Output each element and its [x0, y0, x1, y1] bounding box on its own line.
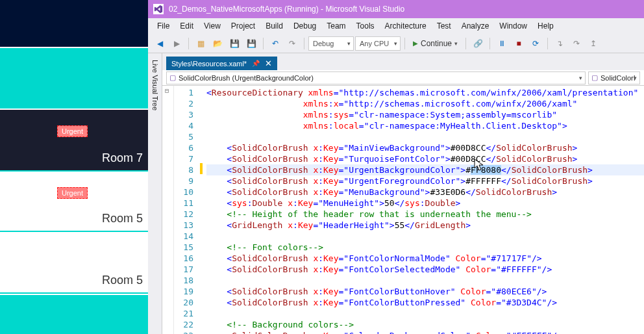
close-icon[interactable]: ✕ — [265, 59, 272, 68]
menu-team[interactable]: Team — [321, 19, 351, 32]
line-number: 22 — [174, 319, 193, 330]
line-number: 5 — [174, 131, 193, 142]
menu-file[interactable]: File — [152, 19, 175, 32]
document-tab-active[interactable]: Styles\Resources.xaml* 📌 ✕ — [166, 57, 277, 70]
line-number: 10 — [174, 186, 193, 198]
stop-icon[interactable]: ■ — [511, 36, 526, 51]
menu-debug[interactable]: Debug — [288, 19, 321, 32]
visual-studio-logo-icon — [153, 4, 164, 14]
code-editor[interactable]: ⊟ 1234567891011121314151617181920212223 … — [162, 86, 644, 334]
line-number: 4 — [174, 120, 193, 131]
document-tabs: Styles\Resources.xaml* 📌 ✕ — [162, 53, 644, 70]
code-line[interactable]: <SolidColorBrush x:Key="TurquoiseFontCol… — [206, 153, 644, 164]
platform-dropdown[interactable]: Any CPU — [355, 36, 401, 51]
menu-window[interactable]: Window — [494, 19, 532, 32]
app-preview-pane: Urgent Room 7 Urgent Room 5 Room 5 — [0, 0, 148, 334]
restart-icon[interactable]: ⟳ — [528, 36, 543, 51]
code-line[interactable] — [206, 131, 644, 142]
member-dropdown[interactable]: ▢ SolidColorI — [588, 71, 640, 84]
urgent-badge: Urgent — [57, 125, 88, 137]
line-number: 23 — [174, 330, 193, 334]
line-number: 18 — [174, 275, 193, 286]
code-line[interactable]: <SolidColorBrush x:Key="FontColorButtonP… — [206, 297, 644, 308]
line-number: 9 — [174, 175, 193, 186]
code-line[interactable]: xmlns:x="http://schemas.microsoft.com/wi… — [206, 98, 644, 109]
code-line[interactable]: xmlns:sys="clr-namespace:System;assembly… — [206, 109, 644, 120]
code-line[interactable]: xmlns:local="clr-namespace:MyHealth.Clie… — [206, 120, 644, 131]
code-line[interactable]: <SolidColorBrush x:Key="FontColorButtonH… — [206, 286, 644, 297]
code-line[interactable]: <!-- Background colors--> — [206, 319, 644, 330]
room-label: Room 5 — [102, 212, 143, 225]
code-line[interactable]: <SolidColorBrush x:Key="FontColorNormalM… — [206, 253, 644, 264]
menu-test[interactable]: Test — [432, 19, 456, 32]
menu-architecture[interactable]: Architecture — [380, 19, 432, 32]
break-all-icon[interactable]: ⏸ — [494, 36, 510, 51]
scope-label: SolidColorBrush (UrgentBackgroundColor) — [179, 74, 314, 82]
toolbar: ◀ ▶ ▦ 📂 💾 💾 ↶ ↷ Debug Any CPU ▶ Continue… — [148, 34, 644, 53]
brush-icon: ▢ — [591, 73, 598, 82]
nav-back-icon[interactable]: ◀ — [152, 36, 167, 51]
nav-forward-icon[interactable]: ▶ — [169, 36, 184, 51]
navigation-bar: ▢ SolidColorBrush (UrgentBackgroundColor… — [162, 70, 644, 86]
preview-row-room7: Urgent Room 7 — [0, 109, 148, 170]
room-label: Room 5 — [102, 274, 143, 287]
visual-studio-window: 02_Demos_NativeMicrosoftApps (Running) -… — [148, 0, 644, 334]
code-line[interactable]: <GridLength x:Key="HeaderHeight">55</Gri… — [206, 220, 644, 231]
save-icon[interactable]: 💾 — [227, 36, 242, 51]
open-file-icon[interactable]: 📂 — [210, 36, 225, 51]
step-out-icon[interactable]: ↥ — [586, 36, 601, 51]
line-number: 3 — [174, 109, 193, 120]
scope-dropdown[interactable]: ▢ SolidColorBrush (UrgentBackgroundColor… — [166, 71, 586, 84]
side-panel: Live Visual Tree — [148, 53, 162, 334]
preview-row-room5a: Urgent Room 5 — [0, 170, 148, 232]
line-number: 15 — [174, 242, 193, 253]
line-number: 7 — [174, 153, 193, 164]
menu-project[interactable]: Project — [226, 19, 260, 32]
code-line[interactable]: <ResourceDictionary xmlns="http://schema… — [206, 87, 644, 98]
line-number: 2 — [174, 98, 193, 109]
menu-edit[interactable]: Edit — [175, 19, 199, 32]
preview-band-1 — [0, 47, 148, 109]
line-number: 17 — [174, 264, 193, 275]
menu-build[interactable]: Build — [260, 19, 288, 32]
menu-tools[interactable]: Tools — [351, 19, 380, 32]
window-title: 02_Demos_NativeMicrosoftApps (Running) -… — [169, 5, 404, 14]
line-number: 14 — [174, 231, 193, 242]
step-into-icon[interactable]: ↴ — [552, 36, 567, 51]
code-line[interactable]: <SolidColorBrush x:Key="UrgentForeground… — [206, 175, 644, 186]
line-number: 12 — [174, 209, 193, 220]
line-number: 21 — [174, 308, 193, 319]
menu-bar: FileEditViewProjectBuildDebugTeamToolsAr… — [148, 18, 644, 34]
menu-analyze[interactable]: Analyze — [456, 19, 495, 32]
tab-title: Styles\Resources.xaml* — [171, 60, 247, 68]
code-line[interactable]: <SolidColorBrush x:Key="FontColorSelecte… — [206, 264, 644, 275]
urgent-badge: Urgent — [57, 187, 88, 199]
line-number: 13 — [174, 220, 193, 231]
menu-help[interactable]: Help — [532, 19, 559, 32]
browser-link-icon[interactable]: 🔗 — [470, 36, 486, 51]
code-line[interactable]: <!-- Height of the header row that is un… — [206, 209, 644, 220]
undo-icon[interactable]: ↶ — [267, 36, 283, 51]
config-dropdown[interactable]: Debug — [308, 36, 354, 51]
line-number: 8 — [174, 164, 193, 175]
live-visual-tree-tab[interactable]: Live Visual Tree — [150, 57, 160, 113]
code-line[interactable]: <SolidColorBrush x:Key="UrgentBackground… — [206, 164, 644, 175]
room-label: Room 7 — [102, 151, 143, 165]
code-line[interactable]: <SolidColorBrush x:Key="CalendarBackgrou… — [206, 330, 644, 334]
step-over-icon[interactable]: ↷ — [569, 36, 584, 51]
continue-button[interactable]: ▶ Continue ▾ — [409, 36, 462, 51]
code-line[interactable]: <!-- Font colors--> — [206, 242, 644, 253]
code-line[interactable]: <sys:Double x:Key="MenuHeight">50</sys:D… — [206, 198, 644, 209]
line-number: 11 — [174, 198, 193, 209]
code-line[interactable] — [206, 308, 644, 319]
save-all-icon[interactable]: 💾 — [243, 36, 259, 51]
code-line[interactable] — [206, 275, 644, 286]
redo-icon[interactable]: ↷ — [284, 36, 300, 51]
code-line[interactable] — [206, 231, 644, 242]
menu-view[interactable]: View — [199, 19, 226, 32]
new-project-icon[interactable]: ▦ — [193, 36, 208, 51]
code-line[interactable]: <SolidColorBrush x:Key="MainViewBackgrou… — [206, 142, 644, 153]
title-bar: 02_Demos_NativeMicrosoftApps (Running) -… — [148, 0, 644, 18]
code-line[interactable]: <SolidColorBrush x:Key="MenuBackground">… — [206, 186, 644, 198]
pin-icon[interactable]: 📌 — [252, 60, 260, 67]
